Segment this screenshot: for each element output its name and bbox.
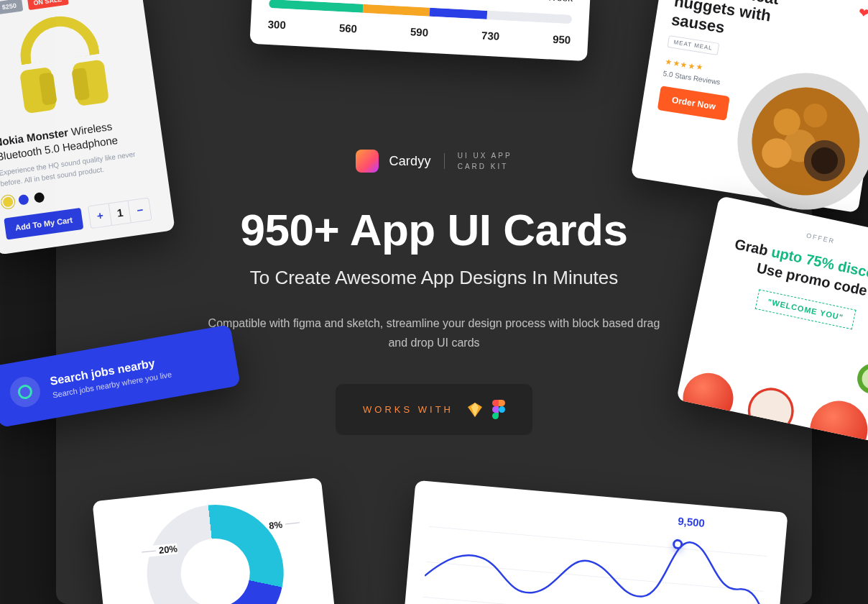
- qty-value: 1: [108, 201, 131, 225]
- qty-minus[interactable]: −: [129, 198, 152, 222]
- figma-icon: [492, 400, 505, 419]
- heart-icon[interactable]: ❤: [853, 2, 868, 24]
- badge-sale: ON SALE: [27, 0, 68, 10]
- svg-line-4: [423, 597, 760, 604]
- qty-plus[interactable]: +: [88, 203, 111, 228]
- works-with-label: WORKS WITH: [363, 404, 453, 415]
- progress-label-4: 950: [553, 33, 571, 46]
- location-icon: [8, 375, 43, 410]
- promo-code[interactable]: "WELCOME YOU": [755, 289, 856, 329]
- order-now-button[interactable]: Order Now: [657, 86, 730, 121]
- works-with-pill: WORKS WITH: [336, 384, 532, 435]
- progress-label-3: 730: [481, 29, 500, 42]
- progress-labels: 300 560 590 730 950: [267, 18, 571, 46]
- sketch-icon: [466, 401, 484, 418]
- progress-label-1: 560: [338, 22, 357, 35]
- brand-separator: [444, 153, 445, 169]
- line-peak-label: 9,500: [678, 515, 706, 529]
- brand-logo-icon: [356, 150, 379, 173]
- brand-tagline: UI UX APP CARD KIT: [458, 150, 512, 172]
- offer-prefix: Grab: [734, 236, 774, 259]
- line-chart-svg: [422, 498, 770, 604]
- swatch-yellow[interactable]: [2, 196, 14, 207]
- food-tag: MEAT MEAL: [667, 35, 719, 55]
- progress-label-2: 590: [410, 25, 429, 38]
- swatch-blue[interactable]: [18, 193, 29, 205]
- swatch-black[interactable]: [34, 191, 45, 203]
- svg-line-2: [429, 526, 767, 556]
- headphones-image: [1, 4, 122, 125]
- brand-tagline-l2: CARD KIT: [458, 161, 512, 172]
- hero-description: Compatible with figma and sketch, stream…: [204, 314, 664, 352]
- donut-label-8: 8%: [268, 517, 300, 531]
- brand-name: Cardyy: [389, 154, 430, 169]
- progress-label-0: 300: [267, 18, 286, 31]
- brand-tagline-l1: UI UX APP: [458, 150, 512, 161]
- card-food: Chicken meat nuggets with sauses MEAT ME…: [631, 0, 868, 213]
